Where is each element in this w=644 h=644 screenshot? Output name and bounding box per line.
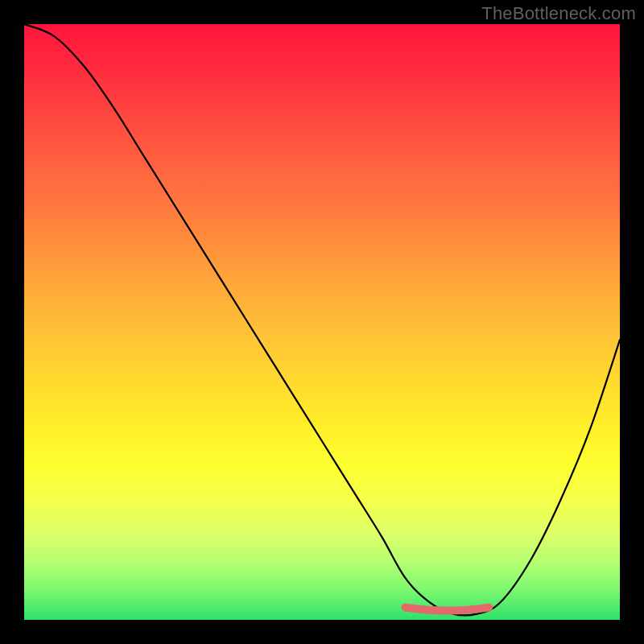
plot-area [24, 24, 620, 620]
chart-frame: TheBottleneck.com [0, 0, 644, 644]
curve-line [24, 24, 620, 616]
flat-region-mark [406, 608, 489, 611]
watermark-text: TheBottleneck.com [481, 3, 636, 24]
curve-svg [24, 24, 620, 620]
